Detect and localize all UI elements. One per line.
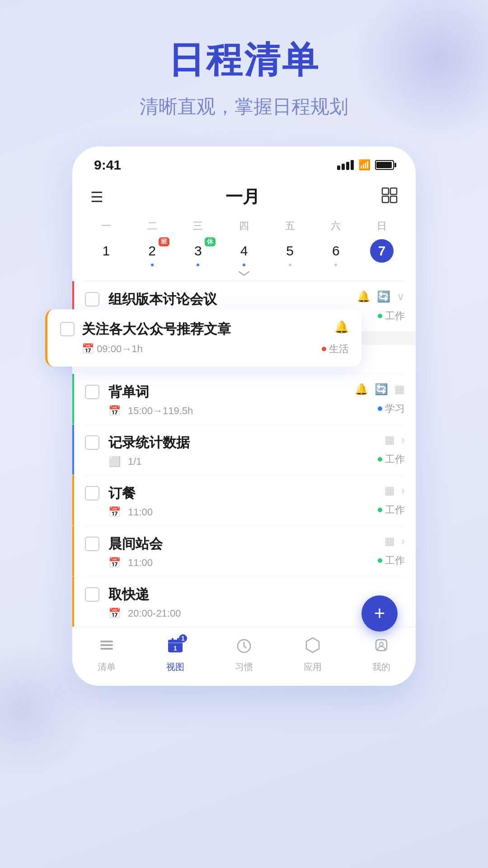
profile-icon [372, 636, 390, 658]
calendar-view-icon: 1 1 [166, 636, 184, 658]
task-item[interactable]: 订餐 📅 11:00 ▦ › 工作 [72, 475, 416, 525]
page-title: 日程清单 [168, 36, 320, 85]
floating-task-card[interactable]: 关注各大公众号推荐文章 🔔 📅 09:00→1h 生活 [45, 309, 361, 367]
day-sun: 日 [359, 216, 405, 236]
nav-label-me: 我的 [372, 661, 390, 673]
nav-item-list[interactable]: 清单 [84, 636, 129, 673]
calendar-icon: 📅 [108, 405, 121, 417]
nav-item-app[interactable]: 应用 [290, 636, 335, 673]
task-item[interactable]: 记录统计数据 ⬜ 1/1 ▦ › 工作 [72, 425, 416, 475]
task-checkbox[interactable] [85, 537, 99, 551]
status-time: 9:41 [94, 157, 121, 173]
refresh-icon[interactable]: 🔄 [375, 383, 388, 396]
grid-icon[interactable]: ▦ [385, 484, 395, 497]
task-tag: 工作 [378, 554, 405, 567]
task-item[interactable]: 晨间站会 📅 11:00 ▦ › 工作 [72, 526, 416, 576]
svg-rect-11 [168, 642, 183, 643]
svg-marker-14 [306, 638, 319, 652]
task-actions: 🔔 🔄 ▦ 学习 [355, 383, 405, 415]
day-fri: 五 [267, 216, 313, 236]
view-toggle-icon[interactable] [381, 187, 398, 207]
task-checkbox[interactable] [85, 435, 99, 450]
task-tag: 学习 [378, 402, 405, 415]
svg-rect-1 [390, 188, 397, 194]
status-icons: 📶 [337, 159, 394, 171]
calendar-icon: 📅 [108, 506, 121, 518]
svg-rect-9 [172, 638, 174, 642]
calendar-collapse[interactable] [72, 268, 416, 281]
tag-label: 工作 [385, 554, 405, 567]
task-item[interactable]: 背单词 📅 15:00→119.5h 🔔 🔄 ▦ [72, 374, 416, 424]
floating-checkbox[interactable] [60, 322, 75, 336]
date-1[interactable]: 1 [83, 236, 129, 268]
bell-icon[interactable]: 🔔 [357, 290, 371, 303]
battery-icon [375, 160, 394, 170]
nav-label-list: 清单 [98, 661, 116, 673]
date-2[interactable]: 班 2 [129, 236, 175, 268]
task-checkbox[interactable] [85, 385, 99, 399]
date-row: 1 班 2 休 3 4 5 [72, 236, 416, 268]
grid-icon[interactable]: ▦ [385, 434, 395, 446]
list-icon [98, 636, 116, 658]
nav-item-me[interactable]: 我的 [359, 636, 404, 673]
bell-icon[interactable]: 🔔 [355, 383, 368, 396]
task-meta: 📅 11:00 [108, 506, 378, 518]
bottom-nav: 清单 1 1 [72, 627, 416, 686]
task-checkbox[interactable] [85, 292, 99, 307]
task-tag: 工作 [378, 309, 405, 323]
task-checkbox[interactable] [85, 486, 99, 500]
svg-text:1: 1 [174, 645, 177, 652]
chevron-right-icon[interactable]: › [401, 484, 405, 497]
floating-task-time: 📅 09:00→1h [82, 343, 143, 355]
task-title: 晨间站会 [108, 535, 378, 553]
nav-label-habit: 习惯 [235, 661, 253, 673]
date-3[interactable]: 休 3 [175, 236, 221, 268]
menu-icon[interactable]: ☰ [90, 190, 103, 204]
task-checkbox[interactable] [85, 587, 99, 602]
task-title: 取快递 [108, 585, 405, 604]
chevron-right-icon[interactable]: › [401, 434, 405, 446]
expand-icon[interactable]: ∨ [397, 290, 405, 303]
grid-icon[interactable]: ▦ [385, 535, 395, 547]
date-7-today[interactable]: 7 [359, 236, 405, 268]
date-5[interactable]: 5 [267, 236, 313, 268]
task-actions: ▦ › 工作 [378, 434, 405, 466]
nav-label-view: 视图 [166, 661, 184, 673]
add-task-button[interactable]: + [361, 595, 398, 632]
refresh-icon[interactable]: 🔄 [377, 290, 390, 303]
task-content: 晨间站会 📅 11:00 [108, 535, 378, 569]
subtask-count: 1/1 [128, 456, 142, 467]
subtask-icon: ⬜ [108, 456, 121, 467]
task-actions: 🔔 🔄 ∨ 工作 [357, 290, 405, 323]
day-headers: 一 二 三 四 五 六 日 [72, 216, 416, 236]
chevron-right-icon[interactable]: › [401, 535, 405, 547]
floating-bell-icon[interactable]: 🔔 [334, 320, 349, 334]
day-thu: 四 [221, 216, 267, 236]
task-actions: ▦ › 工作 [378, 535, 405, 567]
task-meta: ⬜ 1/1 [108, 456, 378, 467]
date-6[interactable]: 6 [313, 236, 359, 268]
floating-task-tag: 生活 [322, 342, 349, 356]
task-content: 记录统计数据 ⬜ 1/1 [108, 434, 378, 467]
grid-icon[interactable]: ▦ [394, 383, 405, 396]
tag-label: 工作 [385, 453, 405, 466]
task-title: 订餐 [108, 484, 378, 503]
floating-task-title: 关注各大公众号推荐文章 [82, 320, 330, 339]
tag-dot [378, 457, 382, 462]
tag-dot [378, 558, 382, 563]
task-time: 20:00-21:00 [128, 608, 181, 619]
svg-rect-6 [100, 648, 113, 650]
phone-mockup: 9:41 📶 ☰ 一月 [72, 146, 416, 686]
nav-item-view[interactable]: 1 1 视图 [153, 636, 198, 673]
task-tag: 工作 [378, 453, 405, 466]
hexagon-icon [304, 636, 322, 658]
signal-icon [337, 160, 354, 170]
nav-item-habit[interactable]: 习惯 [221, 636, 267, 673]
task-title: 记录统计数据 [108, 434, 378, 452]
wifi-icon: 📶 [358, 159, 371, 171]
date-4[interactable]: 4 [221, 236, 267, 268]
tag-dot [378, 508, 382, 512]
calendar-icon: 📅 [108, 608, 121, 619]
calendar-icon: 📅 [108, 557, 121, 569]
svg-rect-5 [100, 644, 113, 646]
